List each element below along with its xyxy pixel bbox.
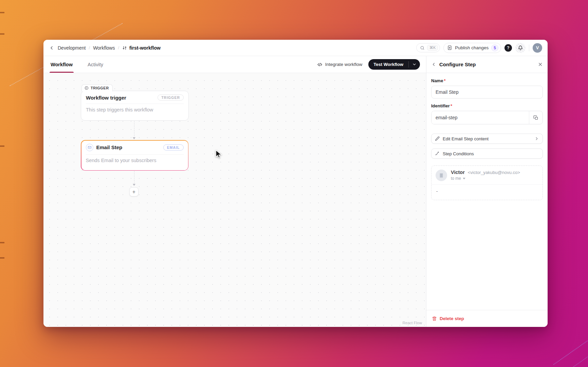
breadcrumb-development[interactable]: Development [58,45,86,51]
email-preview: Victor <victor_yakubu@novu.co> to me - [431,165,543,200]
panel-footer: Delete step [426,310,548,327]
desktop-background: Development / Workflows / first-workflow… [0,0,588,367]
email-step-node[interactable]: Email Step EMAIL Sends Email to your sub… [81,140,188,171]
help-button[interactable]: ? [504,44,512,52]
panel-title: Configure Step [439,62,476,67]
search-icon [420,46,425,50]
workflow-trigger-node[interactable]: Workflow trigger TRIGGER This step trigg… [81,91,189,121]
required-asterisk: * [451,103,452,108]
integrate-workflow-button[interactable]: Integrate workflow [317,62,363,67]
configure-step-panel: Configure Step Name* Identifier* [426,56,548,327]
breadcrumb-current: first-workflow [122,45,161,51]
trigger-node-tag: TRIGGER [158,94,184,101]
delete-step-label: Delete step [440,316,464,321]
panel-back-chevron-icon[interactable] [431,62,436,67]
email-icon [86,144,93,151]
sender-email: <victor_yakubu@novu.co> [468,170,520,175]
app-window: Development / Workflows / first-workflow… [43,40,548,327]
mouse-cursor [214,150,223,160]
pencil-icon [435,136,440,141]
email-node-title: Email Step [96,144,123,150]
header-divider [529,45,529,51]
workflow-canvas[interactable]: TRIGGER Workflow trigger TRIGGER This st… [43,73,426,327]
trash-icon [432,316,437,321]
copy-icon [533,115,538,120]
bell-icon [518,45,523,51]
user-avatar[interactable]: V [533,43,542,53]
copy-identifier-button[interactable] [529,111,543,124]
panel-content: Name* Identifier* [426,73,548,310]
breadcrumb-separator: / [118,45,119,50]
back-chevron-icon[interactable] [49,45,54,51]
name-field[interactable] [431,86,543,99]
identifier-field[interactable] [431,111,529,124]
email-preview-body: - [431,184,543,200]
delete-step-button[interactable]: Delete step [432,316,464,321]
edge-tick [0,33,4,35]
chevron-down-icon [412,62,417,67]
edge-connector [134,121,134,138]
edge-tick [0,12,4,13]
edge-arrow-icon [133,184,135,186]
caret-down-icon [463,178,465,179]
sender-name: Victor [451,170,465,175]
avatar-initial: V [536,45,539,50]
add-step-button[interactable]: + [129,187,139,196]
test-workflow-button[interactable]: Test Workflow [368,59,420,70]
add-step-label: + [132,189,135,195]
recipient-label: to me [451,176,461,181]
target-icon [85,86,89,90]
step-conditions-button[interactable]: Step Conditions [431,148,543,159]
edge-connector [134,171,134,185]
publish-icon [447,45,452,50]
edit-email-content-label: Edit Email Step content [443,136,489,141]
panel-header: Configure Step [426,56,548,73]
building-icon [438,172,444,178]
edge-arrow-icon [133,137,135,139]
workflow-name: first-workflow [129,45,161,51]
notifications-bell-button[interactable] [515,43,526,53]
publish-changes-button[interactable]: Publish changes 5 [443,43,501,53]
code-icon [317,62,323,67]
trigger-node-description: This step triggers this workflow [86,104,184,112]
publish-changes-badge: 5 [491,45,498,51]
identifier-label: Identifier* [431,103,543,108]
edge-tick [0,145,4,147]
test-workflow-dropdown[interactable] [409,59,420,70]
edge-tick [0,257,4,259]
tab-workflow[interactable]: Workflow [50,56,74,73]
edge-tick [0,242,4,243]
breadcrumb-separator: / [89,45,90,50]
email-node-tag: EMAIL [163,144,184,151]
workflow-editor-column: Workflow Activity Integrate workflow Tes… [43,56,426,327]
tab-workflow-label: Workflow [51,62,73,67]
recipient-line[interactable]: to me [451,176,520,181]
trigger-badge-label: TRIGGER [91,86,109,90]
breadcrumb: Development / Workflows / first-workflow [58,45,161,51]
email-node-description: Sends Email to your subscribers [86,154,184,163]
close-icon[interactable] [538,62,543,67]
keyboard-shortcut: ⌘K [427,45,438,51]
workflow-icon [122,46,127,50]
email-preview-header: Victor <victor_yakubu@novu.co> to me [431,166,543,184]
integrate-workflow-label: Integrate workflow [325,62,363,67]
search-button[interactable]: ⌘K [416,43,440,52]
sender-avatar [436,170,447,181]
breadcrumb-workflows[interactable]: Workflows [93,45,115,51]
publish-changes-label: Publish changes [455,45,489,50]
react-flow-attribution[interactable]: React Flow [402,321,422,325]
step-conditions-label: Step Conditions [443,151,474,156]
required-asterisk: * [444,78,445,83]
conditions-icon [435,151,440,156]
tab-activity[interactable]: Activity [87,56,104,73]
identifier-group [431,111,543,124]
name-label: Name* [431,78,543,83]
test-workflow-label: Test Workflow [368,59,408,70]
trigger-node-title: Workflow trigger [86,95,126,101]
tabs-bar: Workflow Activity Integrate workflow Tes… [43,56,426,73]
trigger-badge: TRIGGER [81,84,113,91]
top-header: Development / Workflows / first-workflow… [43,40,548,56]
chevron-right-icon [534,136,539,141]
help-label: ? [507,46,509,50]
edit-email-content-button[interactable]: Edit Email Step content [431,134,543,144]
